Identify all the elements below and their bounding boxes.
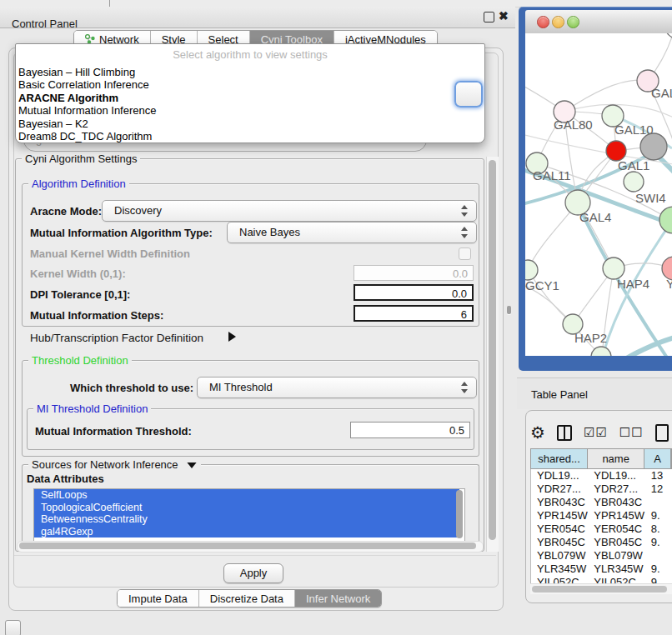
which-threshold-label: Which threshold to use: [70, 382, 193, 394]
kernel-width-field[interactable]: 0.0 [354, 265, 474, 281]
tab-discretize-data[interactable]: Discretize Data [199, 590, 295, 607]
table-cell [645, 496, 672, 509]
column-header-name[interactable]: name [588, 449, 644, 468]
node-label: GAL1 [618, 158, 649, 172]
data-attributes-list[interactable]: SelfLoopsTopologicalCoefficientBetweenne… [33, 488, 465, 542]
collapse-arrow-icon[interactable] [188, 462, 197, 468]
data-attribute-item[interactable]: SelfLoops [34, 489, 459, 502]
node-label: HAP4 [617, 277, 649, 291]
node-label: HAP2 [574, 331, 607, 345]
network-window-titlebar[interactable] [525, 10, 672, 34]
new-table-icon[interactable] [655, 424, 669, 442]
window-close-icon[interactable] [537, 16, 549, 28]
network-node-swi4[interactable] [624, 172, 644, 192]
table-row[interactable]: YPR145WYPR145W9. [531, 509, 672, 522]
table-cell: 8. [645, 522, 672, 536]
mi-type-label: Mutual Information Algorithm Type: [30, 227, 213, 239]
table-cell: YLR345W [588, 562, 644, 576]
window-zoom-icon[interactable] [567, 16, 579, 28]
vertical-scrollbar[interactable] [486, 157, 499, 552]
column-header-shared...[interactable]: shared... [531, 449, 588, 468]
tab-impute-data[interactable]: Impute Data [118, 590, 199, 607]
node-label: GAL [651, 86, 672, 100]
aracne-mode-value: Discovery [114, 204, 162, 217]
dpi-tolerance-field[interactable]: 0.0 [354, 284, 474, 301]
cyni-bottom-tab-bar: Impute DataDiscretize DataInfer Network [117, 589, 382, 608]
docked-panel-icon[interactable] [5, 620, 21, 635]
window-minimize-icon[interactable] [552, 16, 564, 28]
mi-type-combobox[interactable]: Naive Bayes [227, 222, 477, 243]
table-cell: YDL19... [588, 469, 644, 482]
node-label: GAL11 [533, 168, 571, 182]
table-row[interactable]: YBR043CYBR043C [531, 496, 672, 509]
network-node-gcy1[interactable] [525, 260, 538, 280]
table-cell: YPR145W [531, 509, 588, 522]
spinner-arrows-icon [461, 205, 468, 217]
select-all-checks-icon[interactable]: ☑☑ [584, 425, 608, 440]
mi-threshold-field[interactable]: 0.5 [350, 422, 470, 438]
algorithm-option[interactable]: ARACNE Algorithm [18, 92, 484, 104]
close-icon[interactable]: ✖ [499, 9, 509, 22]
node-label: Y [666, 277, 672, 291]
algorithm-option[interactable]: Dream8 DC_TDC Algorithm [18, 130, 484, 142]
table-horizontal-scrollbar[interactable] [530, 583, 672, 594]
separator [14, 555, 496, 556]
mi-steps-field[interactable]: 6 [354, 305, 474, 322]
node-label: GCY1 [525, 278, 559, 292]
network-node[interactable] [640, 133, 667, 160]
horizontal-scrollbar[interactable] [17, 541, 484, 552]
network-node[interactable] [665, 33, 672, 38]
column-header-A[interactable]: A [644, 449, 671, 468]
which-threshold-combobox[interactable]: MI Threshold [197, 377, 477, 398]
algorithm-dropdown-popup: Select algorithm to view settings Bayesi… [15, 43, 485, 143]
algorithm-combobox-button[interactable] [454, 81, 483, 108]
data-attribute-item[interactable]: BetweennessCentrality [34, 513, 459, 526]
table-cell [645, 549, 672, 562]
algorithm-dropdown-items: Bayesian – Hill ClimbingBasic Correlatio… [16, 61, 484, 142]
table-row[interactable]: YBR045CYBR045C9. [531, 536, 672, 549]
vertical-scrollbar-thumb[interactable] [489, 160, 496, 540]
algorithm-option[interactable]: Mutual Information Inference [18, 104, 484, 117]
aracne-mode-combobox[interactable]: Discovery [102, 200, 477, 222]
data-attribute-item[interactable]: TopologicalCoefficient [34, 502, 459, 514]
network-node[interactable] [659, 207, 672, 233]
horizontal-scrollbar-thumb[interactable] [19, 542, 476, 549]
expand-arrow-icon[interactable] [228, 332, 236, 342]
network-edge[interactable] [659, 157, 672, 180]
tab-label: Discretize Data [210, 592, 283, 605]
table-row[interactable]: YBL079WYBL079W [531, 549, 672, 562]
table-panel-header: Table Panel [517, 378, 672, 409]
table-scrollbar-thumb[interactable] [532, 586, 667, 592]
deselect-all-checks-icon[interactable]: ☐☐ [619, 425, 644, 440]
apply-button[interactable]: Apply [223, 563, 283, 583]
tab-label: Impute Data [128, 592, 188, 605]
algorithm-option[interactable]: Basic Correlation Inference [18, 78, 484, 91]
algorithm-option[interactable]: Bayesian – Hill Climbing [18, 66, 484, 78]
table-cell: YBR045C [588, 536, 644, 549]
columns-icon[interactable] [557, 425, 572, 441]
network-canvas[interactable]: GALGAL80GAL10GAL1GAL11SWI4GAL4GCY1HAP4YH… [525, 33, 672, 356]
gear-icon[interactable]: ⚙ [530, 420, 545, 445]
table-row[interactable]: YDR27...YDR27...12 [531, 482, 672, 496]
float-panel-icon[interactable] [484, 12, 494, 22]
table-row[interactable]: YDL19...YDL19...13 [531, 469, 672, 482]
algorithm-option[interactable]: Bayesian – K2 [18, 118, 484, 130]
split-divider-grip[interactable] [507, 306, 511, 314]
table-cell: YBL079W [588, 549, 644, 562]
table-cell: YBL079W [531, 549, 588, 562]
mi-threshold-label: Mutual Information Threshold: [35, 425, 192, 438]
table-cell: YDL19... [531, 469, 588, 482]
manual-kernel-checkbox[interactable] [459, 248, 471, 260]
table-cell: YER054C [531, 522, 588, 536]
table-row[interactable]: YLR345WYLR345W9. [531, 562, 672, 576]
table-header-row: shared...nameA [530, 448, 672, 469]
table-row[interactable]: YER054CYER054C8. [531, 522, 672, 536]
table-body: YDL19...YDL19...13YDR27...YDR27...12YBR0… [530, 469, 672, 589]
list-scrollbar[interactable] [456, 490, 463, 538]
data-attribute-item[interactable]: gal4RGexp [34, 526, 459, 538]
tab-infer-network[interactable]: Infer Network [295, 590, 381, 607]
table-cell: YPR145W [588, 509, 644, 522]
kernel-width-label: Kernel Width (0,1): [30, 268, 126, 280]
node-label: SWI4 [635, 191, 666, 205]
table-panel-title: Table Panel [531, 388, 588, 401]
